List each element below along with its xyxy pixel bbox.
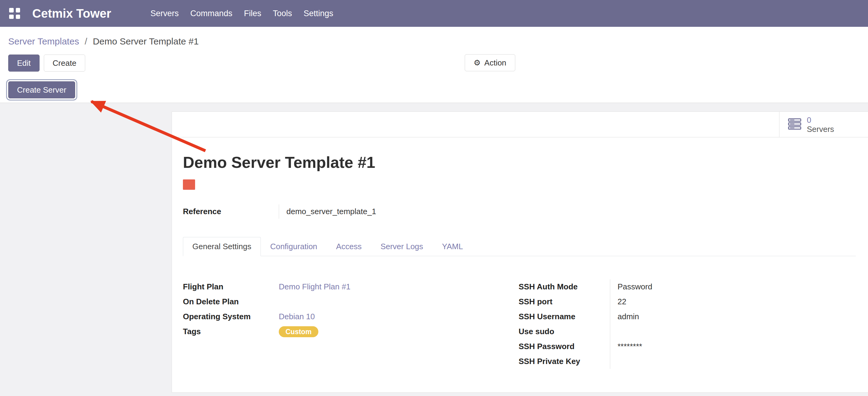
tab-configuration[interactable]: Configuration [261, 237, 327, 256]
servers-icon [788, 118, 801, 131]
on-delete-plan-label: On Delete Plan [183, 297, 279, 306]
tab-yaml[interactable]: YAML [432, 237, 472, 256]
ssh-auth-mode-label: SSH Auth Mode [519, 282, 610, 291]
breadcrumb: Server Templates / Demo Server Template … [8, 35, 868, 48]
action-button[interactable]: ⚙ Action [465, 54, 515, 71]
servers-stat-button[interactable]: 0 Servers [779, 112, 868, 137]
use-sudo-label: Use sudo [519, 327, 610, 336]
control-panel: Server Templates / Demo Server Template … [0, 27, 868, 79]
reference-field: Reference demo_server_template_1 [183, 204, 856, 219]
tags-value: Custom [279, 326, 318, 337]
ssh-port-value: 22 [610, 294, 841, 309]
color-swatch [183, 179, 195, 190]
field-group-right: SSH Auth Mode Password SSH port 22 SSH U… [519, 279, 841, 369]
breadcrumb-current: Demo Server Template #1 [93, 36, 199, 46]
action-button-label: Action [484, 58, 506, 67]
tag-custom[interactable]: Custom [279, 326, 318, 337]
operating-system-label: Operating System [183, 312, 279, 321]
edit-button[interactable]: Edit [8, 55, 39, 72]
field-operating-system: Operating System Debian 10 [183, 309, 519, 324]
field-tags: Tags Custom [183, 324, 519, 339]
operating-system-value[interactable]: Debian 10 [279, 312, 315, 321]
tags-label: Tags [183, 327, 279, 336]
flight-plan-value[interactable]: Demo Flight Plan #1 [279, 282, 351, 291]
top-navbar: Cetmix Tower Servers Commands Files Tool… [0, 0, 868, 27]
breadcrumb-separator: / [85, 36, 87, 46]
ssh-port-label: SSH port [519, 297, 610, 306]
menu-tools[interactable]: Tools [267, 0, 298, 27]
ssh-password-value: ******** [610, 339, 841, 354]
form-statusbar: Create Server [0, 79, 868, 103]
tab-general-settings[interactable]: General Settings [183, 237, 261, 256]
create-server-button[interactable]: Create Server [8, 81, 75, 98]
flight-plan-label: Flight Plan [183, 282, 279, 291]
field-ssh-private-key: SSH Private Key [519, 354, 841, 369]
record-title: Demo Server Template #1 [183, 153, 856, 171]
control-buttons-row: Edit Create ⚙ Action [8, 54, 868, 72]
use-sudo-value [610, 324, 841, 339]
breadcrumb-parent-link[interactable]: Server Templates [8, 36, 79, 46]
servers-count: 0 [807, 115, 834, 124]
ssh-private-key-value [610, 354, 841, 369]
field-ssh-username: SSH Username admin [519, 309, 841, 324]
content-area: 0 Servers Demo Server Template #1 Refere… [0, 103, 868, 396]
ssh-auth-mode-value: Password [610, 279, 841, 294]
tab-content-general-settings: Flight Plan Demo Flight Plan #1 On Delet… [183, 256, 856, 369]
sheet-header: 0 Servers [172, 112, 868, 137]
menu-servers[interactable]: Servers [145, 0, 184, 27]
menu-commands[interactable]: Commands [184, 0, 238, 27]
apps-grid-icon[interactable] [9, 8, 20, 19]
servers-count-label: Servers [807, 124, 834, 134]
stat-text: 0 Servers [807, 115, 834, 134]
reference-value: demo_server_template_1 [279, 204, 376, 219]
gear-icon: ⚙ [473, 59, 480, 67]
create-button[interactable]: Create [44, 55, 85, 72]
field-ssh-port: SSH port 22 [519, 294, 841, 309]
field-use-sudo: Use sudo [519, 324, 841, 339]
menu-settings[interactable]: Settings [298, 0, 339, 27]
form-sheet: 0 Servers Demo Server Template #1 Refere… [172, 112, 868, 393]
app-brand[interactable]: Cetmix Tower [32, 7, 111, 21]
ssh-username-value: admin [610, 309, 841, 324]
ssh-username-label: SSH Username [519, 312, 610, 321]
tab-server-logs[interactable]: Server Logs [371, 237, 432, 256]
main-menu: Servers Commands Files Tools Settings [145, 0, 339, 27]
field-flight-plan: Flight Plan Demo Flight Plan #1 [183, 279, 519, 294]
reference-label: Reference [183, 207, 279, 216]
field-group-left: Flight Plan Demo Flight Plan #1 On Delet… [183, 279, 519, 369]
tab-access[interactable]: Access [327, 237, 371, 256]
ssh-password-label: SSH Password [519, 342, 610, 351]
ssh-private-key-label: SSH Private Key [519, 357, 610, 366]
notebook-tabs: General Settings Configuration Access Se… [183, 237, 856, 256]
field-on-delete-plan: On Delete Plan [183, 294, 519, 309]
sheet-body: Demo Server Template #1 Reference demo_s… [172, 137, 868, 369]
field-ssh-auth-mode: SSH Auth Mode Password [519, 279, 841, 294]
field-ssh-password: SSH Password ******** [519, 339, 841, 354]
menu-files[interactable]: Files [238, 0, 267, 27]
